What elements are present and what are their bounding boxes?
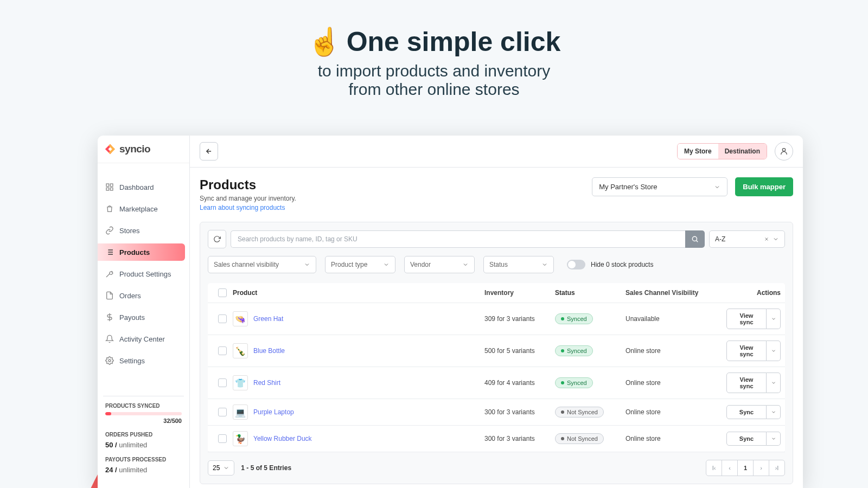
grid-icon (105, 183, 114, 191)
list-icon (105, 248, 114, 256)
search-button[interactable] (685, 230, 705, 248)
table-row: 👒 Green Hat 309 for 3 variants Synced Un… (208, 303, 785, 335)
product-link[interactable]: Yellow Rubber Duck (253, 435, 312, 442)
row-action-button[interactable]: View sync (726, 309, 767, 329)
chevron-down-icon (541, 261, 548, 268)
svg-rect-2 (106, 188, 109, 190)
inventory-cell: 300 for 3 variants (484, 408, 555, 416)
product-thumb: 🦆 (233, 431, 248, 446)
bulk-mapper-button[interactable]: Bulk mapper (735, 177, 793, 196)
products-table: Product Inventory Status Sales Channel V… (208, 283, 785, 452)
chevron-down-icon (714, 184, 720, 190)
row-checkbox[interactable] (218, 434, 227, 443)
sidebar-item-products[interactable]: Products (98, 243, 185, 261)
row-action-menu[interactable] (767, 309, 781, 329)
page-size-select[interactable]: 25 (208, 460, 234, 476)
row-checkbox[interactable] (218, 314, 227, 323)
pager-current[interactable]: 1 (737, 460, 754, 476)
inventory-cell: 300 for 3 variants (484, 435, 555, 442)
refresh-button[interactable] (208, 230, 226, 248)
filter-product-type[interactable]: Product type (325, 256, 395, 273)
select-all-checkbox[interactable] (218, 288, 227, 297)
page-subtitle: Sync and manage your inventory. (200, 195, 296, 202)
visibility-cell: Online store (626, 435, 723, 442)
product-thumb: 👒 (233, 311, 248, 326)
inventory-cell: 309 for 3 variants (484, 315, 555, 323)
row-action-menu[interactable] (767, 373, 781, 393)
row-action-menu[interactable] (767, 405, 781, 419)
product-link[interactable]: Green Hat (253, 315, 283, 323)
pager-last[interactable]: ›I (769, 460, 785, 476)
product-thumb: 🍾 (233, 343, 248, 358)
product-link[interactable]: Purple Laptop (253, 408, 294, 416)
brand: syncio (98, 136, 189, 163)
row-checkbox[interactable] (218, 408, 227, 416)
product-thumb: 👕 (233, 375, 248, 390)
sidebar-stats: PRODUCTS SYNCED 32/500 ORDERS PUSHED 50 … (103, 396, 184, 488)
row-action-menu[interactable] (767, 432, 781, 446)
filter-sales-channel[interactable]: Sales channel visibility (208, 256, 316, 273)
row-action-menu[interactable] (767, 341, 781, 361)
row-action-button[interactable]: View sync (726, 341, 767, 361)
svg-point-11 (108, 359, 111, 362)
sidebar-label: Payouts (119, 313, 145, 322)
stats-synced-label: PRODUCTS SYNCED (105, 403, 182, 409)
page-header: Products Sync and manage your inventory.… (200, 177, 793, 212)
hide-zero-toggle[interactable] (567, 260, 585, 269)
toggle-destination[interactable]: Destination (718, 144, 767, 159)
dollar-icon (105, 313, 114, 322)
row-checkbox[interactable] (218, 346, 227, 355)
sidebar-item-stores[interactable]: Stores (98, 222, 189, 239)
close-icon (764, 236, 769, 242)
pager-next[interactable]: › (753, 460, 769, 476)
inventory-cell: 500 for 5 variants (484, 347, 555, 355)
wrench-icon (105, 269, 114, 278)
partner-store-select[interactable]: My Partner's Store (592, 177, 727, 196)
row-action-button[interactable]: View sync (726, 373, 767, 393)
user-avatar-button[interactable] (775, 142, 793, 160)
row-action-button[interactable]: Sync (726, 405, 767, 419)
row-action-button[interactable]: Sync (726, 432, 767, 446)
toggle-my-store[interactable]: My Store (678, 144, 718, 159)
sidebar-label: Marketplace (119, 205, 158, 213)
sidebar-item-dashboard[interactable]: Dashboard (98, 178, 189, 196)
sidebar-label: Orders (119, 292, 141, 300)
sidebar-label: Activity Center (119, 335, 165, 343)
sidebar-item-payouts[interactable]: Payouts (98, 309, 189, 326)
search-input[interactable] (231, 230, 685, 248)
store-select-value: My Partner's Store (599, 183, 657, 191)
sidebar-item-activity[interactable]: Activity Center (98, 330, 189, 348)
row-checkbox[interactable] (218, 378, 227, 387)
svg-line-15 (697, 241, 698, 242)
store-toggle: My Store Destination (677, 143, 767, 159)
sort-select[interactable]: A-Z (709, 230, 785, 248)
stats-orders-value: 50 / (105, 441, 117, 449)
headline-emoji: ☝️ (308, 26, 341, 57)
sidebar-item-product-settings[interactable]: Product Settings (98, 265, 189, 282)
sidebar-item-marketplace[interactable]: Marketplace (98, 200, 189, 217)
help-link[interactable]: Learn about syncing products (200, 204, 285, 211)
marketing-headline: ☝️ One simple click to import products a… (0, 0, 868, 99)
table-row: 👕 Red Shirt 409 for 4 variants Synced On… (208, 367, 785, 399)
svg-rect-3 (110, 188, 113, 190)
chevron-down-icon (462, 261, 469, 268)
back-button[interactable] (200, 142, 218, 160)
th-status: Status (555, 289, 626, 297)
th-actions: Actions (723, 289, 781, 297)
sidebar-item-orders[interactable]: Orders (98, 287, 189, 304)
pager-first[interactable]: I‹ (706, 460, 722, 476)
headline-sub-2: from other online stores (348, 80, 519, 98)
app-window: syncio Dashboard Marketplace Stores Prod… (98, 136, 803, 488)
sidebar-item-settings[interactable]: Settings (98, 352, 189, 369)
th-inventory: Inventory (484, 289, 555, 297)
headline-sub-1: to import products and inventory (318, 62, 551, 80)
status-badge: Synced (555, 345, 593, 356)
bell-icon (105, 335, 114, 343)
filter-status[interactable]: Status (483, 256, 554, 273)
sidebar-label: Products (119, 248, 150, 256)
product-link[interactable]: Red Shirt (253, 379, 280, 387)
product-link[interactable]: Blue Bottle (253, 347, 285, 355)
filter-vendor[interactable]: Vendor (404, 256, 475, 273)
pager-prev[interactable]: ‹ (722, 460, 738, 476)
synced-progress (105, 412, 182, 415)
